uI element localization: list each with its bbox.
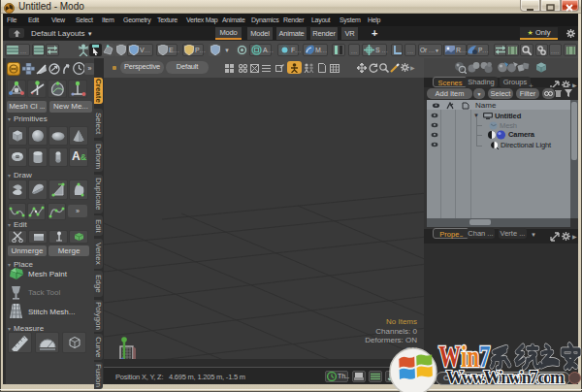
svg-text:Www.Winwin7.com: Www.Winwin7.com	[446, 368, 565, 387]
